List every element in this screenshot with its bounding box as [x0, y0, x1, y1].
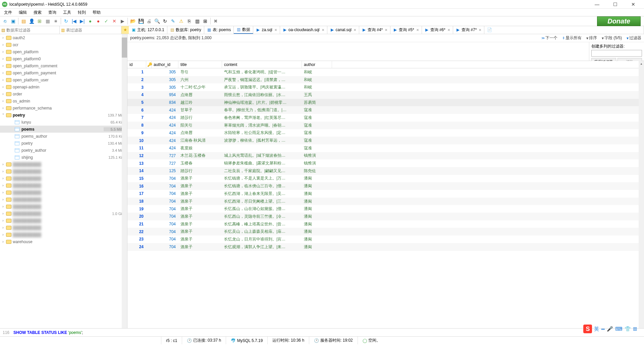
refresh-icon[interactable]: ↻ — [62, 17, 70, 25]
cell[interactable]: 木兰花·玉楼春 — [178, 153, 222, 158]
export-icon[interactable]: ▤ — [20, 17, 27, 25]
tree-item-performance_schema[interactable]: ›performance_schema — [0, 105, 127, 112]
tree-item-order[interactable]: ›order — [0, 90, 127, 97]
maximize-button[interactable]: ☐ — [609, 2, 621, 7]
ime-lang[interactable]: 英 — [594, 326, 599, 332]
menu-编辑[interactable]: 编辑 — [16, 9, 30, 16]
sogou-icon[interactable]: S — [583, 325, 592, 333]
cell[interactable]: 酒泉子 — [178, 191, 222, 197]
cell[interactable]: 长忆龙山，日月宫中谁得到。|宫… — [222, 236, 302, 242]
menu-帮助[interactable]: 帮助 — [90, 9, 103, 16]
table-row[interactable]: 24 704酒泉子长忆观潮，满郭人争江上望。|来…潘阆 — [127, 243, 639, 251]
tree-item-poems[interactable]: poems5.5 MiB — [0, 126, 127, 133]
close-button[interactable]: ✕ — [627, 2, 639, 7]
cell[interactable]: 727 — [152, 161, 178, 166]
table-row[interactable]: 2 305六州严夜警，铜莲漏迟迟。|清禁肃，…和岘 — [127, 76, 639, 84]
cell[interactable]: 704 — [152, 229, 178, 234]
menu-转到[interactable]: 转到 — [75, 9, 89, 16]
chevron-right-icon[interactable]: › — [0, 184, 6, 187]
cell[interactable]: 导引 — [178, 69, 222, 75]
cell[interactable]: 酒泉子 — [178, 183, 222, 189]
cell[interactable]: 钱惟演 — [302, 160, 332, 166]
tree-item-poetry_author[interactable]: poetry_author3.4 MiB — [0, 147, 127, 154]
fields-button[interactable]: ▾字段 (5/5) — [602, 35, 622, 41]
cell[interactable]: 甘草子 — [178, 107, 222, 113]
table-row[interactable]: 18 704酒泉子长忆西湖，尽日凭阑楼上望。|三…潘阆 — [127, 198, 639, 205]
tree-item-poems_author[interactable]: poems_author170.6 KiB — [0, 133, 127, 140]
cell[interactable]: 寇准 — [302, 138, 332, 143]
cell[interactable]: 酒泉子 — [178, 236, 222, 242]
cell[interactable]: 越江吟 — [178, 100, 222, 106]
table-row[interactable]: 1 305导引气和玉烛，睿化著鸿明。|缇管一…和岘 — [127, 68, 639, 76]
chevron-right-icon[interactable]: › — [0, 78, 6, 82]
cell[interactable]: 城上风光莺语乱。|城下烟波春拍… — [222, 153, 302, 158]
preview-icon[interactable]: 🔍 — [153, 17, 161, 25]
cell[interactable]: 704 — [152, 191, 178, 196]
cell[interactable]: 酒泉子 — [178, 214, 222, 219]
tree-item-redacted-4[interactable]: ›██████████ — [0, 182, 127, 189]
table-row[interactable]: 15 704酒泉子长忆钱塘，不是人寰是天上。|万…潘阆 — [127, 175, 639, 183]
col-author-id[interactable]: author_id — [152, 61, 178, 68]
db-filter-input[interactable] — [6, 28, 43, 32]
settings-icon[interactable]: ⊞ — [202, 17, 209, 25]
cell[interactable]: 2 — [127, 77, 146, 82]
tree-item-redacted-6[interactable]: ›██████████ — [0, 196, 127, 203]
scrollbar-thumb[interactable] — [122, 38, 127, 58]
cell[interactable]: 酒泉子 — [178, 244, 222, 250]
table-row[interactable]: 9 424点绛唇水陌轻寒，社公雨足东风慢。|定…寇准 — [127, 129, 639, 137]
cell[interactable]: 16 — [127, 184, 146, 189]
cell[interactable]: 水陌轻寒，社公雨足东风慢。|定… — [222, 130, 302, 136]
cell[interactable]: 727 — [152, 153, 178, 158]
chevron-right-icon[interactable]: › — [0, 212, 6, 215]
cell[interactable]: 潘阆 — [302, 236, 332, 242]
cell[interactable]: 424 — [152, 138, 178, 143]
scroll-up-icon[interactable]: ▲ — [640, 62, 643, 65]
layout-icon[interactable]: ▥ — [194, 17, 201, 25]
chevron-right-icon[interactable]: › — [0, 57, 6, 61]
cell[interactable]: 704 — [152, 176, 178, 181]
cell[interactable]: 夜度娘 — [178, 145, 222, 151]
cell[interactable]: 严夜警，铜莲漏迟迟。|清禁肃，… — [222, 77, 302, 83]
cell[interactable]: 20 — [127, 214, 146, 219]
cell[interactable]: 阳关引 — [178, 123, 222, 128]
table-scrollbar[interactable]: ▲ — [639, 61, 644, 328]
cell[interactable]: 踏莎行 — [178, 115, 222, 121]
tab-10[interactable]: ▶查询 #7*✕ — [453, 26, 484, 34]
ime-kbd-icon[interactable]: ⌨ — [615, 326, 623, 332]
user-manager-icon[interactable]: 👤 — [28, 17, 35, 25]
cell[interactable]: 6 — [127, 108, 146, 113]
cell[interactable]: 10 — [127, 138, 146, 143]
cell[interactable]: 954 — [152, 92, 178, 97]
cell[interactable]: 十二时·忆少年 — [178, 84, 222, 90]
cell[interactable]: 和岘 — [302, 69, 332, 75]
tree-item-redacted-10[interactable]: ›██████████ — [0, 224, 127, 231]
projects-icon[interactable]: ▦ — [44, 17, 51, 25]
chevron-right-icon[interactable]: › — [0, 191, 6, 194]
table-row[interactable]: 23 704酒泉子长忆龙山，日月宫中谁得到。|宫…潘阆 — [127, 235, 639, 243]
cell[interactable]: 潘阆 — [302, 199, 332, 204]
cell[interactable]: 8 — [127, 123, 146, 128]
filter-button[interactable]: ▾过滤器 — [627, 35, 641, 41]
tab-close-icon[interactable]: ✕ — [322, 28, 324, 32]
cell[interactable]: 寇准 — [302, 107, 332, 113]
cell[interactable]: 424 — [152, 108, 178, 113]
cell[interactable]: 波渺渺，柳依依。|孤村芳草远，… — [222, 138, 302, 143]
table-row[interactable]: 19 704酒泉子长忆孤山，山在湖心如黛簇。|僧…潘阆 — [127, 205, 639, 213]
cell[interactable]: 点绛唇 — [178, 130, 222, 136]
tree-item-open_platform_comment[interactable]: ›open_platform_comment — [0, 62, 127, 69]
table-row[interactable]: 5 834越江吟神仙神仙瑶池宴。|片片。|碧桃零…苏易简 — [127, 99, 639, 107]
tab-9[interactable]: ▶查询 #6*✕ — [422, 26, 453, 34]
new-window-icon[interactable]: ▣ — [9, 17, 17, 25]
tab-close-icon[interactable]: ✕ — [447, 28, 450, 32]
chevron-right-icon[interactable]: › — [0, 43, 6, 47]
table-row[interactable]: 21 704酒泉子长忆高峰，峰上塔高尘世外。|昔…潘阆 — [127, 220, 639, 228]
tree-item-ocr[interactable]: ›ocr — [0, 41, 127, 48]
cell[interactable]: 寒草烟光阔，渭水波声咽。|春朝… — [222, 123, 302, 128]
vars-icon[interactable]: ≡ — [52, 17, 59, 25]
chevron-right-icon[interactable]: › — [0, 36, 6, 40]
tree-item-open_platform_user[interactable]: ›open_platform_user — [0, 76, 127, 83]
cell[interactable]: 点绛唇 — [178, 92, 222, 98]
table-row[interactable]: 17 704酒泉子长忆西湖，湖上春来无限景。|吴…潘阆 — [127, 190, 639, 198]
chevron-right-icon[interactable]: › — [0, 162, 6, 166]
donate-button[interactable]: Donate — [597, 16, 641, 26]
